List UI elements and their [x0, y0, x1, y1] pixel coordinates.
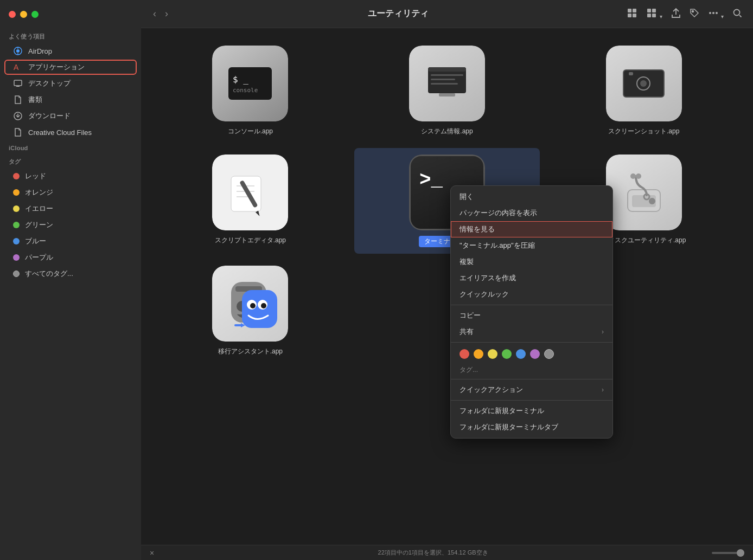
- svg-rect-12: [647, 14, 651, 17]
- toolbar-actions: ▾ ▾: [624, 5, 744, 23]
- fullscreen-button[interactable]: [31, 11, 39, 18]
- file-grid: $ _ console コンソール.app: [141, 28, 753, 374]
- migration-icon: [212, 266, 288, 342]
- ctx-tag-red[interactable]: [460, 349, 469, 359]
- svg-rect-24: [439, 93, 455, 96]
- file-item-screenshot[interactable]: スクリーンショット.app: [551, 39, 737, 143]
- file-item-script-editor[interactable]: スクリプトエディタ.app: [157, 148, 343, 254]
- back-button[interactable]: ‹: [150, 6, 159, 22]
- context-menu: 開く パッケージの内容を表示 情報を見る "ターミナル.app"を圧縮 複製 エ…: [450, 185, 613, 439]
- tag-all-dot: [13, 271, 20, 277]
- ctx-tag-label[interactable]: タグ...: [451, 363, 612, 377]
- ctx-copy[interactable]: コピー: [451, 307, 612, 324]
- ctx-make-alias[interactable]: エイリアスを作成: [451, 270, 612, 286]
- desktop-icon: [13, 79, 23, 88]
- sidebar-item-tag-red[interactable]: レッド: [4, 169, 137, 184]
- statusbar-text: 22項目中の1項目を選択、154.12 GB空き: [378, 549, 488, 557]
- svg-rect-13: [652, 14, 656, 17]
- sysinfo-label: システム情報.app: [421, 127, 473, 136]
- sidebar-item-tag-blue[interactable]: ブルー: [4, 234, 137, 249]
- slider-thumb[interactable]: [737, 549, 744, 557]
- tag-red-label: レッド: [25, 171, 46, 181]
- download-icon: [13, 111, 23, 121]
- tag-all-label: すべてのタグ...: [25, 269, 73, 279]
- svg-rect-23: [428, 67, 466, 72]
- sidebar-item-tag-all[interactable]: すべてのタグ...: [4, 266, 137, 281]
- ctx-tag-orange[interactable]: [474, 349, 483, 359]
- sidebar-item-documents[interactable]: 書類: [4, 92, 137, 107]
- sidebar-section-tags-label: タグ: [0, 153, 141, 168]
- ctx-tag-green[interactable]: [502, 349, 512, 359]
- tag-button[interactable]: [687, 6, 701, 22]
- share-button[interactable]: [669, 5, 683, 23]
- view-icon-grid-button[interactable]: [624, 5, 640, 23]
- view-options-button[interactable]: ▾: [644, 5, 664, 23]
- ctx-new-terminal-folder[interactable]: フォルダに新規ターミナル: [451, 403, 612, 419]
- console-icon: $ _ console: [212, 46, 288, 121]
- svg-point-17: [716, 12, 718, 14]
- applications-icon: A: [13, 62, 23, 72]
- svg-point-14: [692, 10, 693, 12]
- svg-rect-3: [14, 80, 22, 86]
- svg-point-15: [709, 12, 711, 14]
- zoom-slider[interactable]: [712, 552, 744, 554]
- svg-rect-26: [431, 79, 455, 80]
- ctx-quick-look[interactable]: クイックルック: [451, 286, 612, 302]
- ctx-get-info[interactable]: 情報を見る: [451, 221, 612, 237]
- tag-orange-dot: [13, 189, 20, 196]
- ctx-share[interactable]: 共有 ›: [451, 324, 612, 340]
- sidebar-item-downloads[interactable]: ダウンロード: [4, 108, 137, 124]
- ctx-show-package[interactable]: パッケージの内容を表示: [451, 205, 612, 221]
- ctx-tag-blue[interactable]: [516, 349, 526, 359]
- sidebar-item-airdrop[interactable]: AirDrop: [4, 43, 137, 59]
- tag-green-label: グリーン: [25, 220, 53, 230]
- minimize-button[interactable]: [20, 11, 27, 18]
- sidebar-item-tag-orange[interactable]: オレンジ: [4, 185, 137, 200]
- sidebar-item-desktop-label: デスクトップ: [28, 79, 71, 88]
- sidebar-item-applications[interactable]: A アプリケーション: [4, 60, 137, 75]
- sidebar-item-desktop[interactable]: デスクトップ: [4, 76, 137, 91]
- ctx-compress[interactable]: "ターミナル.app"を圧縮: [451, 237, 612, 254]
- tag-yellow-label: イエロー: [25, 204, 53, 214]
- file-item-sysinfo[interactable]: システム情報.app: [354, 39, 540, 143]
- sysinfo-icon: [409, 46, 485, 121]
- file-item-console[interactable]: $ _ console コンソール.app: [157, 39, 343, 143]
- svg-point-42: [630, 173, 636, 179]
- search-button[interactable]: [730, 6, 744, 22]
- ctx-tag-purple[interactable]: [530, 349, 540, 359]
- tag-purple-dot: [13, 254, 20, 261]
- sidebar-item-tag-purple[interactable]: パープル: [4, 250, 137, 265]
- svg-rect-25: [431, 74, 463, 76]
- ctx-open[interactable]: 開く: [451, 189, 612, 205]
- svg-rect-8: [628, 14, 631, 17]
- statusbar-close-button[interactable]: ×: [150, 549, 154, 557]
- creative-cloud-icon: [13, 127, 23, 137]
- ctx-duplicate[interactable]: 複製: [451, 254, 612, 270]
- tag-purple-label: パープル: [25, 253, 53, 262]
- forward-button[interactable]: ›: [162, 6, 171, 22]
- svg-rect-9: [633, 14, 636, 17]
- sidebar-item-downloads-label: ダウンロード: [28, 111, 71, 121]
- ctx-quick-actions[interactable]: クイックアクション ›: [451, 382, 612, 398]
- svg-point-51: [261, 303, 266, 308]
- toolbar-title: ユーティリティ: [178, 8, 618, 20]
- ctx-separator-tags-top: [451, 342, 612, 343]
- ctx-tag-yellow[interactable]: [488, 349, 497, 359]
- sidebar-item-tag-yellow[interactable]: イエロー: [4, 201, 137, 216]
- close-button[interactable]: [9, 11, 16, 18]
- svg-text:A: A: [14, 63, 19, 72]
- tag-yellow-dot: [13, 205, 20, 212]
- ctx-tag-gray[interactable]: [544, 349, 554, 359]
- more-options-button[interactable]: ▾: [706, 5, 726, 23]
- ctx-new-terminal-tab-folder[interactable]: フォルダに新規ターミナルタブ: [451, 419, 612, 435]
- ctx-separator-2: [451, 379, 612, 379]
- svg-rect-10: [647, 9, 651, 12]
- svg-text:console: console: [233, 87, 258, 94]
- sidebar-item-creative-cloud[interactable]: Creative Cloud Files: [4, 125, 137, 140]
- svg-rect-11: [652, 9, 656, 12]
- sidebar-item-tag-green[interactable]: グリーン: [4, 217, 137, 233]
- tag-orange-label: オレンジ: [25, 188, 53, 197]
- migration-label: 移行アシスタント.app: [218, 347, 283, 356]
- file-item-migration[interactable]: 移行アシスタント.app: [157, 259, 343, 363]
- ctx-separator-3: [451, 400, 612, 401]
